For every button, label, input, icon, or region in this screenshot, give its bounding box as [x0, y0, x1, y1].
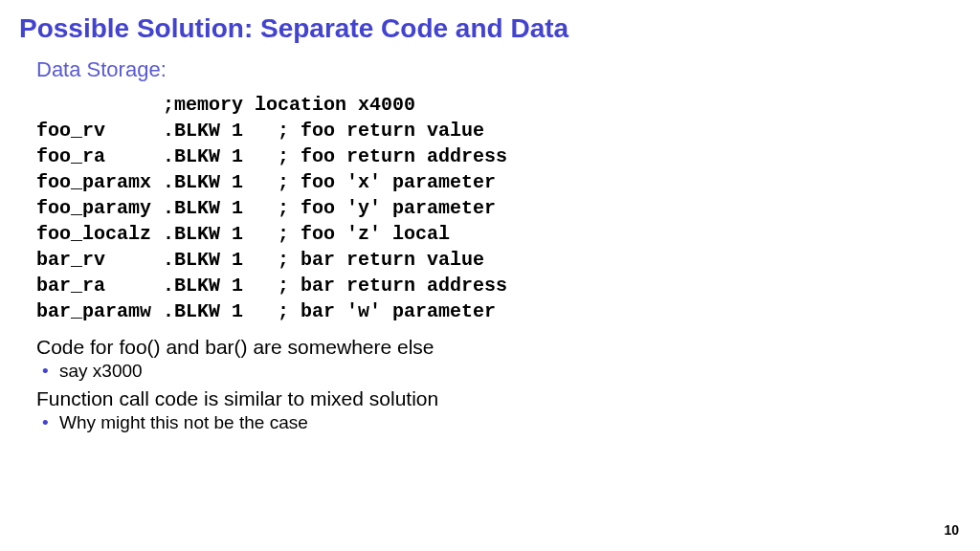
section-heading: Data Storage:: [36, 57, 961, 82]
page-number: 10: [944, 522, 959, 538]
code-block: ;memory location x4000 foo_rv .BLKW 1 ; …: [36, 92, 961, 324]
list-item: say x3000: [42, 361, 961, 382]
bullet-list: say x3000: [42, 361, 961, 382]
slide: Possible Solution: Separate Code and Dat…: [0, 0, 980, 551]
body-text: Function call code is similar to mixed s…: [36, 387, 961, 410]
slide-title: Possible Solution: Separate Code and Dat…: [19, 13, 961, 44]
list-item: Why might this not be the case: [42, 412, 961, 433]
bullet-list: Why might this not be the case: [42, 412, 961, 433]
body-text: Code for foo() and bar() are somewhere e…: [36, 336, 961, 359]
